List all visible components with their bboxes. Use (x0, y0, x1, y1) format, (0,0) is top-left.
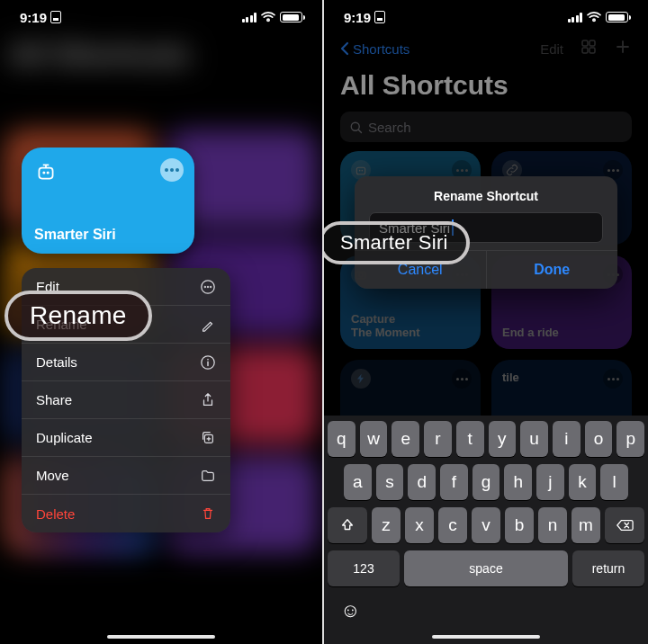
key-123[interactable]: 123 (328, 550, 400, 586)
svg-point-6 (210, 286, 212, 288)
svg-point-4 (204, 286, 206, 288)
battery-icon (280, 12, 302, 22)
svg-point-2 (47, 172, 50, 174)
key-a[interactable]: a (344, 464, 372, 500)
menu-label: Details (36, 354, 77, 370)
status-time: 9:19 (344, 10, 371, 25)
key-c[interactable]: c (438, 507, 467, 543)
alert-done-button[interactable]: Done (487, 251, 618, 289)
shortcut-more-button[interactable] (160, 158, 184, 182)
cellular-signal-icon (242, 13, 257, 22)
menu-item-details[interactable]: Details (22, 344, 230, 381)
annotation-text: Rename (30, 301, 127, 330)
menu-label: Delete (36, 506, 75, 522)
info-icon (200, 354, 216, 371)
annotation-callout-rename: Rename (4, 291, 152, 341)
key-z[interactable]: z (372, 507, 400, 543)
robot-icon (34, 171, 58, 186)
svg-point-1 (42, 172, 45, 174)
menu-label: Move (36, 468, 69, 483)
wifi-icon (261, 12, 275, 22)
duplicate-icon (200, 430, 216, 446)
key-return[interactable]: return (572, 550, 644, 586)
menu-label: Share (36, 392, 72, 407)
folder-icon (200, 468, 216, 484)
svg-point-5 (207, 286, 209, 288)
battery-icon (606, 12, 628, 22)
menu-label: Duplicate (36, 430, 93, 445)
key-w[interactable]: w (360, 421, 388, 457)
key-d[interactable]: d (408, 464, 436, 500)
status-bar: 9:19 (0, 0, 322, 34)
pencil-icon (200, 317, 216, 333)
emoji-key[interactable]: ☺ (340, 599, 364, 622)
key-v[interactable]: v (472, 507, 500, 543)
key-p[interactable]: p (616, 421, 644, 457)
menu-item-move[interactable]: Move (22, 457, 230, 495)
key-j[interactable]: j (536, 464, 564, 500)
menu-item-share[interactable]: Share (22, 381, 230, 419)
screenshot-step-1: All Shortcuts 9:19 Smarter Siri Ed (0, 0, 324, 644)
key-l[interactable]: l (600, 464, 628, 500)
annotation-text: Smarter Siri (340, 231, 448, 255)
key-backspace[interactable] (605, 507, 644, 543)
key-space[interactable]: space (404, 550, 568, 586)
key-h[interactable]: h (504, 464, 532, 500)
key-r[interactable]: r (424, 421, 452, 457)
key-g[interactable]: g (472, 464, 500, 500)
trash-icon (200, 505, 216, 522)
key-x[interactable]: x (405, 507, 434, 543)
home-indicator[interactable] (432, 635, 540, 639)
key-u[interactable]: u (520, 421, 548, 457)
key-f[interactable]: f (440, 464, 468, 500)
key-i[interactable]: i (553, 421, 580, 457)
key-s[interactable]: s (376, 464, 404, 500)
home-indicator[interactable] (107, 635, 215, 639)
keyboard-row-1: q w e r t y u i o p (328, 421, 644, 457)
annotation-callout-field: Smarter Siri (324, 221, 470, 264)
key-y[interactable]: y (489, 421, 517, 457)
status-time: 9:19 (20, 10, 47, 25)
shift-icon (339, 517, 356, 533)
menu-item-delete[interactable]: Delete (22, 495, 230, 532)
backspace-icon (616, 518, 634, 532)
menu-item-duplicate[interactable]: Duplicate (22, 419, 230, 457)
key-o[interactable]: o (585, 421, 613, 457)
alert-title: Rename Shortcut (355, 189, 617, 203)
key-m[interactable]: m (572, 507, 600, 543)
svg-rect-0 (39, 168, 52, 179)
key-q[interactable]: q (328, 421, 356, 457)
shortcut-card-smarter-siri[interactable]: Smarter Siri (22, 148, 194, 254)
key-b[interactable]: b (505, 507, 534, 543)
share-icon (200, 392, 216, 408)
keyboard-row-3: z x c v b n m (328, 507, 644, 543)
key-e[interactable]: e (392, 421, 419, 457)
keyboard-row-4: 123 space return (328, 550, 644, 586)
key-k[interactable]: k (569, 464, 597, 500)
shortcut-card-title: Smarter Siri (34, 227, 116, 243)
screenshot-step-2: 9:19 Shortcuts Edit All Shortcuts Search (324, 0, 648, 644)
cellular-signal-icon (568, 13, 583, 22)
wifi-icon (587, 12, 601, 22)
ellipsis-icon (165, 168, 179, 172)
ellipsis-circle-icon (200, 279, 216, 295)
id-card-icon (50, 11, 61, 23)
keyboard-row-2: a s d f g h j k l (328, 464, 644, 500)
key-t[interactable]: t (456, 421, 484, 457)
key-n[interactable]: n (538, 507, 567, 543)
status-bar: 9:19 (324, 0, 648, 34)
id-card-icon (374, 11, 385, 23)
key-shift[interactable] (328, 507, 367, 543)
onscreen-keyboard: q w e r t y u i o p a s d f g h j k l z (324, 416, 648, 644)
